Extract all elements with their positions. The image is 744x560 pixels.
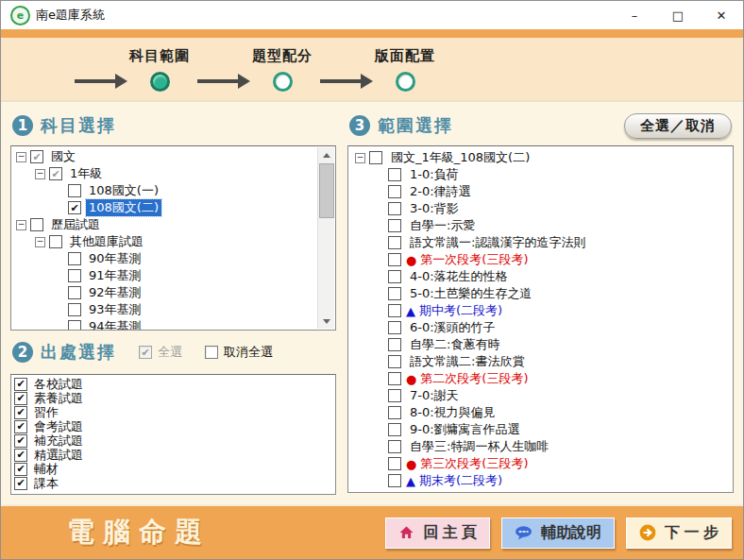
tree-checkbox[interactable] [68, 320, 81, 331]
source-item-label[interactable]: 課本 [31, 475, 61, 492]
tree-checkbox[interactable] [68, 303, 81, 316]
range-checkbox[interactable] [388, 270, 401, 283]
source-checkbox[interactable] [14, 434, 27, 448]
range-item-label[interactable]: 6-0:溪頭的竹子 [407, 319, 499, 336]
range-tree-row[interactable]: 5-0:土芭樂的生存之道 [350, 285, 733, 302]
range-item-label[interactable]: 8-0:視力與偏見 [407, 404, 499, 421]
tree-item-label[interactable]: 108國文(二) [86, 199, 161, 216]
subject-tree-row[interactable]: 國文 [11, 148, 316, 165]
range-checkbox[interactable] [388, 338, 401, 351]
range-item-label[interactable]: 語文常識一:認識漢字的造字法則 [407, 234, 588, 251]
range-item-label[interactable]: 語文常識二:書法欣賞 [407, 353, 527, 370]
range-checkbox[interactable] [388, 185, 401, 198]
range-checkbox[interactable] [388, 219, 401, 232]
tree-checkbox[interactable] [68, 252, 81, 265]
source-checkbox[interactable] [14, 392, 27, 405]
subject-tree-row[interactable]: 108國文(二) [11, 199, 316, 216]
range-item-label[interactable]: 4-0:落花生的性格 [407, 268, 511, 285]
range-checkbox[interactable] [388, 474, 401, 487]
tree-checkbox[interactable] [30, 150, 43, 163]
range-checkbox[interactable] [388, 423, 401, 436]
range-item-label[interactable]: 3-0:背影 [407, 200, 462, 217]
subject-tree-row[interactable]: 1年級 [11, 165, 316, 182]
deselect-all-checkbox[interactable] [205, 346, 218, 359]
tree-expander-icon[interactable] [16, 220, 26, 230]
select-all-toggle-button[interactable]: 全選／取消 [624, 113, 732, 139]
close-button[interactable]: ✕ [700, 1, 743, 29]
range-checkbox[interactable] [388, 440, 401, 453]
range-item-label[interactable]: 2-0:律詩選 [407, 183, 474, 200]
range-item-label[interactable]: 7-0:謝天 [407, 387, 462, 404]
source-checkbox[interactable] [14, 477, 27, 490]
scroll-down-icon[interactable] [318, 314, 334, 329]
range-checkbox[interactable] [388, 355, 401, 368]
range-item-label[interactable]: 9-0:劉墉寓言作品選 [407, 421, 523, 438]
range-tree-row[interactable]: 自學二:食蔥有時 [350, 336, 733, 353]
range-tree-row[interactable]: 語文常識一:認識漢字的造字法則 [350, 234, 733, 251]
range-checkbox[interactable] [388, 253, 401, 266]
tree-expander-icon[interactable] [35, 169, 45, 179]
tree-checkbox[interactable] [49, 235, 62, 248]
vertical-scrollbar[interactable] [317, 147, 334, 329]
source-checkbox[interactable] [14, 463, 27, 476]
range-tree-row[interactable]: ● 第一次段考(三段考) [350, 251, 733, 268]
range-tree-row[interactable]: 1-0:負荷 [350, 166, 733, 183]
subject-tree-row[interactable]: 91年基測 [11, 267, 316, 284]
range-item-label[interactable]: 自學三:特調一杯人生咖啡 [407, 438, 551, 455]
maximize-button[interactable]: □ [656, 1, 700, 29]
scrollbar-thumb[interactable] [319, 163, 334, 218]
subject-tree-row[interactable]: 92年基測 [11, 284, 316, 301]
tree-expander-icon[interactable] [35, 237, 45, 247]
range-tree-row[interactable]: 8-0:視力與偏見 [350, 404, 733, 421]
range-item-label[interactable]: 第三次段考(三段考) [417, 455, 531, 472]
range-tree-row[interactable]: 6-0:溪頭的竹子 [350, 319, 733, 336]
range-item-label[interactable]: 國文_1年級_108國文(二) [388, 149, 533, 166]
range-checkbox[interactable] [388, 457, 401, 470]
range-tree-row[interactable]: 2-0:律詩選 [350, 183, 733, 200]
help-button[interactable]: 輔助說明 [501, 518, 615, 549]
range-tree-row[interactable]: ▲ 期末考(二段考) [350, 472, 733, 489]
range-checkbox[interactable] [388, 202, 401, 215]
source-list-item[interactable]: 精選試題 [13, 448, 335, 462]
range-tree-row[interactable]: 語文常識二:書法欣賞 [350, 353, 733, 370]
next-button[interactable]: 下 一 步 [626, 518, 732, 549]
tree-checkbox[interactable] [30, 218, 43, 231]
range-checkbox[interactable] [388, 236, 401, 249]
range-checkbox[interactable] [388, 406, 401, 419]
source-checkbox[interactable] [14, 406, 27, 419]
subject-tree-row[interactable]: 93年基測 [11, 301, 316, 318]
tree-checkbox[interactable] [68, 269, 81, 282]
range-checkbox[interactable] [388, 304, 401, 317]
tree-item-label[interactable]: 94年基測 [86, 318, 144, 331]
range-tree-row[interactable]: 自學一:示愛 [350, 217, 733, 234]
range-item-label[interactable]: 自學二:食蔥有時 [407, 336, 502, 353]
source-list-item[interactable]: 素養試題 [13, 391, 335, 405]
range-checkbox[interactable] [388, 168, 401, 181]
source-checkbox[interactable] [14, 449, 27, 462]
range-item-label[interactable]: 5-0:土芭樂的生存之道 [407, 285, 535, 302]
range-item-label[interactable]: 期末考(二段考) [416, 472, 505, 489]
home-button[interactable]: 回 主 頁 [385, 518, 490, 549]
tree-item-label[interactable]: 國文 [48, 148, 78, 165]
subject-tree-row[interactable]: 90年基測 [11, 250, 316, 267]
range-checkbox[interactable] [388, 372, 401, 385]
range-tree-row[interactable]: ▲ 期中考(二段考) [350, 302, 733, 319]
tree-item-label[interactable]: 108國文(一) [86, 182, 161, 199]
subject-tree-row[interactable]: 108國文(一) [11, 182, 316, 199]
range-tree-row[interactable]: 自學三:特調一杯人生咖啡 [350, 438, 733, 455]
range-tree-row[interactable]: 7-0:謝天 [350, 387, 733, 404]
tree-checkbox[interactable] [49, 167, 62, 180]
tree-item-label[interactable]: 92年基測 [86, 284, 144, 301]
range-item-label[interactable]: 期中考(二段考) [416, 302, 505, 319]
scroll-up-icon[interactable] [318, 147, 334, 162]
minimize-button[interactable]: – [613, 1, 656, 29]
tree-expander-icon[interactable] [16, 152, 26, 162]
source-list-item[interactable]: 課本 [13, 476, 335, 490]
subject-tree-row[interactable]: 歷屆試題 [11, 216, 316, 233]
range-checkbox[interactable] [369, 151, 382, 164]
range-checkbox[interactable] [388, 321, 401, 334]
source-list-item[interactable]: 輔材 [13, 462, 335, 476]
tree-checkbox[interactable] [68, 184, 81, 197]
tree-item-label[interactable]: 90年基測 [86, 250, 144, 267]
tree-item-label[interactable]: 93年基測 [86, 301, 144, 318]
